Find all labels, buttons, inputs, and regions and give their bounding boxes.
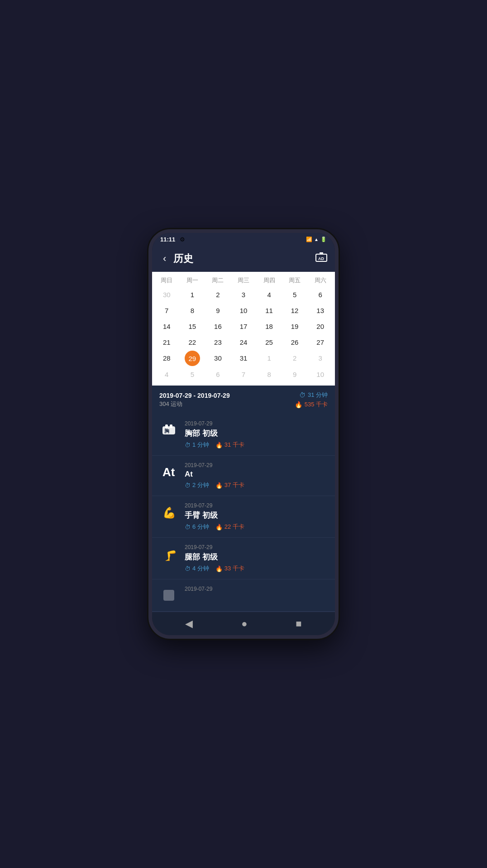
clock-icon: ⏱	[185, 565, 191, 572]
workout-stats: ⏱ 6 分钟 🔥 22 千卡	[185, 523, 328, 531]
calendar-cell[interactable]: 1	[256, 351, 282, 366]
fire-icon: 🔥	[215, 524, 223, 530]
workout-item[interactable]: 💪2019-07-29手臂 初级 ⏱ 6 分钟 🔥 22 千卡	[152, 496, 335, 538]
calendar-cell[interactable]: 17	[231, 319, 257, 334]
calendar-cell[interactable]: 26	[282, 335, 308, 350]
page-title: 历史	[173, 252, 315, 265]
calendar-cell[interactable]: 9	[205, 303, 231, 318]
battery-icon: 🔋	[320, 236, 327, 242]
calendar-cell[interactable]: 19	[282, 319, 308, 334]
workout-time: ⏱ 1 分钟	[185, 441, 209, 449]
app-header: ‹ 历史 AD	[152, 246, 335, 272]
calendar-cell[interactable]: 5	[180, 367, 205, 382]
calendar-cell[interactable]: 22	[180, 335, 205, 350]
signal-icon: ▲	[314, 237, 319, 242]
calendar-cell[interactable]: 12	[282, 303, 308, 318]
calendar-day-name: 周二	[205, 276, 231, 285]
workout-stats: ⏱ 2 分钟 🔥 37 千卡	[185, 481, 328, 489]
calendar-cell[interactable]: 7	[231, 367, 257, 382]
calendar-cell[interactable]: 23	[205, 335, 231, 350]
calendar-cell[interactable]: 8	[180, 303, 205, 318]
calendar-cell[interactable]: 4	[154, 367, 180, 382]
fire-icon: 🔥	[215, 565, 223, 572]
calendar-cell[interactable]: 13	[307, 303, 333, 318]
calendar-grid: 3012345678910111213141516171819202122232…	[152, 287, 335, 386]
calendar-cell[interactable]: 18	[256, 319, 282, 334]
calendar-cell[interactable]: 10	[231, 303, 257, 318]
calendar-cell[interactable]: 1	[180, 287, 205, 302]
workout-item[interactable]: 2019-07-29	[152, 579, 335, 612]
calendar-cell[interactable]: 15	[180, 319, 205, 334]
calendar-cell[interactable]: 10	[307, 367, 333, 382]
calendar-day-name: 周四	[256, 276, 282, 285]
calendar-cell[interactable]: 3	[231, 287, 257, 302]
workout-calories: 🔥 22 千卡	[215, 523, 244, 531]
calendar-cell[interactable]: 16	[205, 319, 231, 334]
calendar-cell[interactable]: 6	[205, 367, 231, 382]
workout-icon: At	[159, 462, 178, 481]
nav-bar: ◀ ● ■	[152, 612, 335, 635]
nav-recents-button[interactable]: ■	[288, 614, 309, 633]
calendar-cell[interactable]: 31	[231, 351, 257, 366]
workout-info: 2019-07-29腿部 初级 ⏱ 4 分钟 🔥 33 千卡	[185, 544, 328, 573]
workout-time: ⏱ 2 分钟	[185, 481, 209, 489]
workout-item[interactable]: 🦵2019-07-29腿部 初级 ⏱ 4 分钟 🔥 33 千卡	[152, 538, 335, 579]
calendar-cell[interactable]: 14	[154, 319, 180, 334]
calendar-cell[interactable]: 5	[282, 287, 308, 302]
svg-rect-2	[320, 252, 323, 254]
calendar-day-name: 周六	[307, 276, 333, 285]
calendar-cell[interactable]: 25	[256, 335, 282, 350]
clock-icon: ⏱	[185, 442, 191, 448]
calendar-cell[interactable]: 6	[307, 287, 333, 302]
workout-item[interactable]: At2019-07-29At ⏱ 2 分钟 🔥 37 千卡	[152, 456, 335, 496]
status-time: 11:11	[160, 236, 175, 243]
svg-rect-5	[170, 424, 172, 428]
calendar-cell[interactable]: 2	[282, 351, 308, 366]
summary-bar: 2019-07-29 - 2019-07-29 304 运动 ⏱ 31 分钟 🔥…	[152, 386, 335, 414]
ad-icon: AD	[315, 251, 328, 264]
calendar-cell[interactable]: 2	[205, 287, 231, 302]
calendar-header: 周日周一周二周三周四周五周六	[152, 276, 335, 287]
workout-date: 2019-07-29	[185, 462, 328, 468]
nav-back-button[interactable]: ◀	[178, 614, 200, 633]
workout-time: ⏱ 4 分钟	[185, 564, 209, 573]
calendar-cell[interactable]: 7	[154, 303, 180, 318]
back-button[interactable]: ‹	[159, 251, 170, 266]
calendar-cell[interactable]: 21	[154, 335, 180, 350]
summary-time: ⏱ 31 分钟	[299, 391, 328, 399]
calendar-cell[interactable]: 20	[307, 319, 333, 334]
nav-home-button[interactable]: ●	[234, 614, 254, 633]
calendar-cell[interactable]: 4	[256, 287, 282, 302]
calendar-cell[interactable]: 24	[231, 335, 257, 350]
workout-calories: 🔥 37 千卡	[215, 481, 244, 489]
ad-button[interactable]: AD	[315, 251, 328, 266]
workout-info: 2019-07-29	[185, 586, 328, 593]
svg-text:AD: AD	[318, 256, 324, 261]
workout-calories: 🔥 33 千卡	[215, 564, 244, 573]
calendar: 周日周一周二周三周四周五周六 3012345678910111213141516…	[152, 272, 335, 386]
fire-icon: 🔥	[215, 482, 223, 489]
calendar-cell[interactable]: 8	[256, 367, 282, 382]
workout-item[interactable]: 胸2019-07-29胸部 初级 ⏱ 1 分钟 🔥 31 千卡	[152, 414, 335, 456]
workout-icon: 💪	[159, 502, 178, 521]
calendar-cell[interactable]: 30	[205, 351, 231, 366]
workout-name: At	[185, 470, 328, 479]
summary-count: 304 运动	[159, 400, 230, 408]
calendar-day-name: 周日	[154, 276, 180, 285]
gear-icon: ⚙	[180, 236, 185, 243]
svg-text:At: At	[162, 465, 175, 479]
workout-icon: 胸	[159, 420, 178, 439]
calendar-day-name: 周五	[282, 276, 308, 285]
workout-info: 2019-07-29At ⏱ 2 分钟 🔥 37 千卡	[185, 462, 328, 489]
calendar-cell[interactable]: 28	[154, 351, 180, 366]
calendar-cell[interactable]: 29	[185, 351, 200, 366]
workout-stats: ⏱ 4 分钟 🔥 33 千卡	[185, 564, 328, 573]
calendar-cell[interactable]: 11	[256, 303, 282, 318]
summary-date: 2019-07-29 - 2019-07-29	[159, 392, 230, 399]
calendar-cell[interactable]: 9	[282, 367, 308, 382]
calendar-cell[interactable]: 27	[307, 335, 333, 350]
calendar-cell[interactable]: 3	[307, 351, 333, 366]
clock-icon: ⏱	[185, 524, 191, 530]
calendar-cell[interactable]: 30	[154, 287, 180, 302]
workout-time: ⏱ 6 分钟	[185, 523, 209, 531]
